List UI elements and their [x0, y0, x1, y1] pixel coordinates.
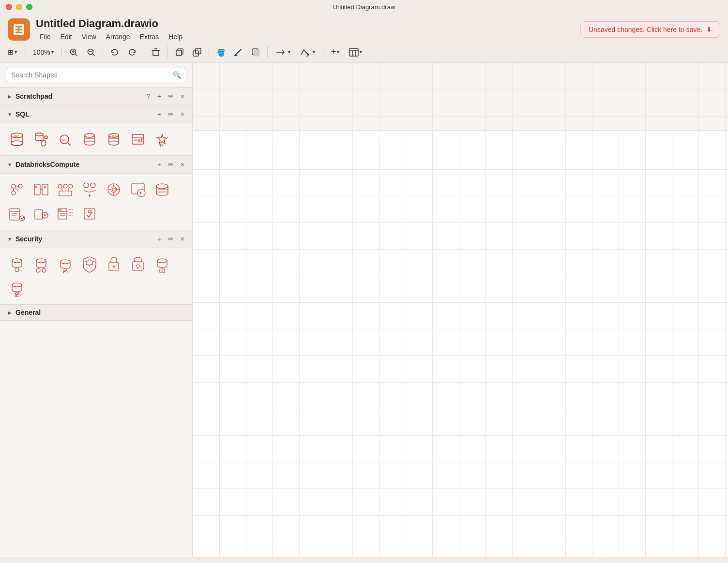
separator-5 [167, 46, 168, 58]
security-shape-4[interactable] [78, 253, 101, 275]
databricks-shape-1[interactable] [6, 178, 28, 201]
waypoints-dropdown[interactable]: ▾ [296, 46, 319, 59]
databricks-shape-7[interactable] [151, 178, 173, 201]
svg-text:SQL: SQL [159, 144, 164, 147]
svg-point-27 [35, 133, 43, 136]
close-button[interactable] [6, 4, 12, 10]
svg-line-6 [92, 54, 94, 56]
databricks-shape-6[interactable] [127, 178, 149, 201]
databricks-shape-10[interactable] [54, 203, 76, 225]
scratchpad-section-header[interactable]: ▶ Scratchpad ? + ✏ × [0, 88, 192, 105]
sql-shape-5[interactable]: SQL [103, 128, 125, 150]
scratchpad-close-button[interactable]: × [179, 91, 186, 101]
scratchpad-toggle: ▶ [6, 92, 14, 100]
security-edit-button[interactable]: ✏ [166, 234, 176, 244]
databricks-shape-8[interactable] [6, 203, 28, 225]
sql-shape-4[interactable] [78, 128, 101, 150]
databricks-shape-4[interactable] [78, 178, 101, 201]
menu-help[interactable]: Help [165, 32, 186, 42]
menu-extras[interactable]: Extras [136, 32, 163, 42]
svg-point-118 [162, 270, 163, 272]
insert-plus: + [331, 47, 336, 57]
scratchpad-help-button[interactable]: ? [145, 91, 152, 101]
databricks-shape-5[interactable] [103, 178, 125, 201]
undo-button[interactable] [107, 44, 122, 60]
databricks-shape-9[interactable] [30, 203, 52, 225]
general-toggle: ▶ [6, 309, 14, 316]
security-shape-6[interactable] [127, 253, 149, 275]
sql-section-header[interactable]: ▼ SQL + ✏ × [0, 105, 192, 123]
sql-shape-7[interactable]: SQL [151, 128, 173, 150]
svg-point-57 [58, 184, 62, 188]
app-title-section: Untitled Diagram.drawio File Edit View A… [36, 17, 580, 42]
general-section-header[interactable]: ▶ General [0, 305, 192, 321]
security-shape-8[interactable] [6, 277, 28, 299]
shadow-button[interactable] [248, 44, 263, 60]
databricks-shape-3[interactable] [54, 178, 76, 201]
delete-button[interactable] [148, 44, 164, 60]
zoom-out-button[interactable] [83, 44, 99, 60]
menu-edit[interactable]: Edit [57, 32, 76, 42]
sql-add-button[interactable]: + [155, 109, 163, 119]
sql-shape-2[interactable] [30, 128, 52, 150]
insert-dropdown[interactable]: + ▾ [327, 45, 344, 59]
maximize-button[interactable] [26, 4, 32, 10]
security-shape-7[interactable] [151, 253, 173, 275]
save-banner[interactable]: Unsaved changes. Click here to save. ⬇ [580, 21, 720, 38]
table-dropdown[interactable]: ▾ [345, 46, 366, 59]
search-input[interactable] [11, 71, 169, 79]
databricks-close-button[interactable]: × [179, 160, 186, 169]
menu-arrange[interactable]: Arrange [102, 32, 134, 42]
databricks-shape-11[interactable] [78, 203, 101, 225]
security-shape-2[interactable] [30, 253, 52, 275]
duplicate-button[interactable] [189, 44, 205, 60]
sql-shape-3[interactable]: SQL [54, 128, 76, 150]
menu-view[interactable]: View [78, 32, 100, 42]
toolbar: ⊞ ▾ 100% ▾ 🪣 ▾ [0, 42, 728, 63]
sql-actions: + ✏ × [155, 109, 186, 119]
scratchpad-add-button[interactable]: + [155, 91, 163, 101]
databricks-title: DatabricksCompute [15, 161, 155, 168]
databricks-add-button[interactable]: + [155, 160, 163, 169]
svg-point-64 [91, 183, 95, 188]
svg-point-110 [113, 266, 115, 268]
separator-7 [267, 46, 268, 58]
security-close-button[interactable]: × [179, 234, 186, 244]
copy-button[interactable] [172, 44, 187, 60]
scratchpad-edit-button[interactable]: ✏ [166, 91, 176, 101]
svg-point-85 [20, 216, 25, 221]
security-shape-3[interactable] [54, 253, 76, 275]
databricks-section-header[interactable]: ▼ DatabricksCompute + ✏ × [0, 156, 192, 174]
svg-point-33 [85, 133, 94, 137]
separator-1 [25, 46, 25, 58]
zoom-dropdown[interactable]: 100% ▾ [29, 46, 58, 58]
stroke-color-button[interactable] [230, 44, 246, 60]
svg-point-87 [42, 212, 48, 218]
menu-file[interactable]: File [36, 32, 55, 42]
svg-point-102 [36, 259, 46, 263]
security-section-header[interactable]: ▼ Security + ✏ × [0, 230, 192, 248]
waypoints-chevron: ▾ [313, 49, 315, 55]
layout-dropdown[interactable]: ⊞ ▾ [4, 46, 21, 58]
redo-button[interactable] [124, 44, 140, 60]
app-header: Untitled Diagram.drawio File Edit View A… [0, 14, 728, 42]
main-layout: 🔍 ▶ Scratchpad ? + ✏ × ▼ SQL + ✏ × [0, 63, 728, 557]
canvas[interactable] [193, 63, 728, 557]
svg-point-99 [12, 259, 22, 263]
zoom-in-button[interactable] [66, 44, 81, 60]
search-icon: 🔍 [173, 71, 181, 79]
svg-point-48 [12, 191, 15, 195]
arrow-style-dropdown[interactable]: ▾ [272, 46, 294, 59]
fill-color-button[interactable]: 🪣 [213, 44, 228, 60]
sql-close-button[interactable]: × [179, 109, 186, 119]
sql-edit-button[interactable]: ✏ [166, 109, 176, 119]
sql-shape-6[interactable] [127, 128, 149, 150]
security-shape-1[interactable] [6, 253, 28, 275]
security-add-button[interactable]: + [155, 234, 163, 244]
security-shape-5[interactable] [103, 253, 125, 275]
minimize-button[interactable] [16, 4, 22, 10]
svg-line-29 [45, 136, 47, 138]
databricks-edit-button[interactable]: ✏ [166, 160, 176, 169]
databricks-shape-2[interactable] [30, 178, 52, 201]
sql-shape-1[interactable]: PRO [6, 128, 28, 150]
